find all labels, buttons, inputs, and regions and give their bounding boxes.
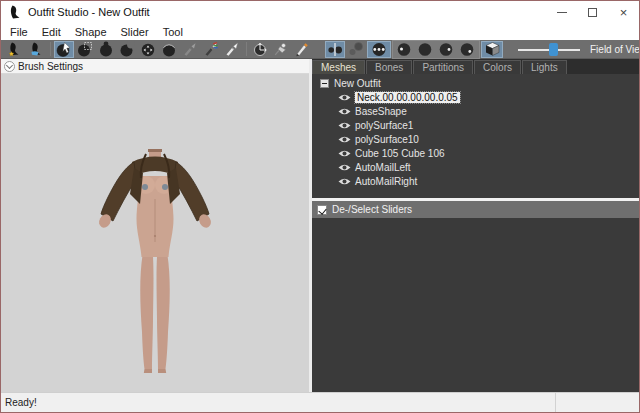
light-3-button[interactable] bbox=[457, 41, 477, 58]
right-panel: Meshes Bones Partitions Colors Lights Ne… bbox=[312, 59, 639, 392]
status-bar-section bbox=[555, 393, 639, 412]
character-model bbox=[80, 124, 230, 374]
close-icon: × bbox=[620, 6, 628, 19]
tab-bones[interactable]: Bones bbox=[366, 60, 412, 74]
minimize-button[interactable] bbox=[546, 1, 577, 23]
tab-meshes[interactable]: Meshes bbox=[312, 60, 365, 74]
perspective-toggle-button[interactable] bbox=[481, 41, 503, 58]
visibility-eye-icon[interactable] bbox=[338, 163, 351, 172]
main-content: Brush Settings bbox=[1, 59, 639, 392]
smooth-brush-button[interactable] bbox=[159, 41, 179, 58]
close-button[interactable]: × bbox=[608, 1, 639, 23]
window-controls: × bbox=[546, 1, 639, 23]
menu-shape[interactable]: Shape bbox=[68, 25, 114, 39]
minimize-icon bbox=[557, 12, 567, 13]
transform-tool-button[interactable] bbox=[250, 41, 270, 58]
pin-tool-button[interactable] bbox=[271, 41, 291, 58]
field-of-view-label: Field of View: 65 bbox=[590, 44, 640, 55]
new-project-button[interactable] bbox=[3, 41, 24, 58]
tab-colors[interactable]: Colors bbox=[474, 60, 521, 74]
field-of-view-slider[interactable] bbox=[518, 41, 580, 58]
toolbar-separator bbox=[246, 42, 247, 56]
window-title: Outfit Studio - New Outfit bbox=[28, 6, 150, 18]
move-brush-icon bbox=[140, 41, 156, 57]
slider-handle[interactable] bbox=[549, 43, 558, 56]
light-global-button[interactable] bbox=[394, 41, 414, 58]
menu-tool[interactable]: Tool bbox=[156, 25, 190, 39]
pen-tool-button[interactable] bbox=[292, 41, 312, 58]
tree-row[interactable]: polySurface10 bbox=[312, 132, 639, 146]
brush-settings-header[interactable]: Brush Settings bbox=[1, 59, 309, 74]
visibility-eye-icon[interactable] bbox=[338, 149, 351, 158]
tree-item-label[interactable]: BaseShape bbox=[355, 106, 407, 117]
tab-bar: Meshes Bones Partitions Colors Lights bbox=[312, 59, 639, 74]
tree-row[interactable]: Cube 105 Cube 106 bbox=[312, 146, 639, 160]
transform-tool-icon bbox=[252, 41, 268, 57]
inflate-brush-icon bbox=[98, 41, 114, 57]
light-1-button[interactable] bbox=[415, 41, 435, 58]
color-brush-button[interactable] bbox=[201, 41, 221, 58]
visibility-eye-icon[interactable] bbox=[338, 121, 351, 130]
tree-row[interactable]: BaseShape bbox=[312, 104, 639, 118]
light-2-button[interactable] bbox=[436, 41, 456, 58]
color-brush-icon bbox=[203, 41, 219, 57]
sliders-section-label: De-/Select Sliders bbox=[332, 204, 412, 215]
tree-root-row[interactable]: New Outfit bbox=[312, 76, 639, 90]
maximize-button[interactable] bbox=[577, 1, 608, 23]
toolbar-right-group bbox=[325, 40, 504, 59]
menu-edit[interactable]: Edit bbox=[35, 25, 68, 39]
maximize-icon bbox=[588, 8, 597, 17]
visibility-eye-icon[interactable] bbox=[338, 177, 351, 186]
select-tool-icon bbox=[56, 41, 72, 57]
mask-brush-button[interactable] bbox=[75, 41, 95, 58]
deflate-brush-button[interactable] bbox=[117, 41, 137, 58]
visibility-eye-icon[interactable] bbox=[338, 93, 351, 102]
tree-item-label[interactable]: Cube 105 Cube 106 bbox=[355, 148, 445, 159]
toolbar: Field of View: 65 bbox=[1, 40, 639, 59]
select-tool-button[interactable] bbox=[54, 41, 74, 58]
visibility-eye-icon[interactable] bbox=[338, 107, 351, 116]
connected-vertices-button[interactable] bbox=[346, 41, 366, 58]
light-3-icon bbox=[459, 41, 475, 57]
sliders-section-header: De-/Select Sliders bbox=[312, 201, 639, 218]
pen-tool-icon bbox=[294, 41, 310, 57]
tree-item-label[interactable]: AutoMailLeft bbox=[355, 162, 411, 173]
collapse-minus-icon[interactable] bbox=[320, 79, 329, 88]
load-project-button[interactable] bbox=[25, 41, 46, 58]
smooth-brush-icon bbox=[161, 41, 177, 57]
tree-row[interactable]: Neck.00.00.00.00.0.05 bbox=[312, 90, 639, 104]
tree-row[interactable]: polySurface1 bbox=[312, 118, 639, 132]
edit-connected-icon bbox=[370, 41, 388, 57]
tab-lights[interactable]: Lights bbox=[522, 60, 567, 74]
tree-row[interactable]: AutoMailLeft bbox=[312, 160, 639, 174]
tab-partitions[interactable]: Partitions bbox=[413, 60, 473, 74]
select-sliders-checkbox[interactable] bbox=[317, 205, 327, 215]
undiff-brush-icon bbox=[182, 41, 198, 57]
x-mirror-icon bbox=[327, 41, 343, 57]
brush-settings-label: Brush Settings bbox=[18, 61, 83, 72]
tree-root-label: New Outfit bbox=[334, 78, 381, 89]
inflate-brush-button[interactable] bbox=[96, 41, 116, 58]
tree-item-label[interactable]: AutoMailRight bbox=[355, 176, 417, 187]
tree-row[interactable]: AutoMailRight bbox=[312, 174, 639, 188]
edit-connected-button[interactable] bbox=[367, 41, 391, 58]
visibility-eye-icon[interactable] bbox=[338, 135, 351, 144]
mask-brush-icon bbox=[77, 41, 93, 57]
sliders-panel bbox=[312, 218, 639, 392]
meshes-tree: New Outfit Neck.00.00.00.00.0.05 BaseSha… bbox=[312, 74, 639, 198]
menu-slider[interactable]: Slider bbox=[114, 25, 156, 39]
light-2-icon bbox=[438, 41, 454, 57]
light-1-icon bbox=[417, 41, 433, 57]
perspective-cube-icon bbox=[484, 41, 501, 57]
tree-item-label[interactable]: polySurface1 bbox=[355, 120, 413, 131]
tree-item-label[interactable]: polySurface10 bbox=[355, 134, 419, 145]
x-mirror-button[interactable] bbox=[325, 41, 345, 58]
menu-file[interactable]: File bbox=[3, 25, 35, 39]
undiff-brush-button[interactable] bbox=[180, 41, 200, 58]
alpha-brush-button[interactable] bbox=[222, 41, 242, 58]
viewport-3d[interactable] bbox=[1, 74, 309, 392]
connected-vertices-icon bbox=[348, 41, 364, 57]
load-project-icon bbox=[28, 41, 44, 57]
move-brush-button[interactable] bbox=[138, 41, 158, 58]
tree-item-label[interactable]: Neck.00.00.00.00.0.05 bbox=[355, 92, 460, 103]
